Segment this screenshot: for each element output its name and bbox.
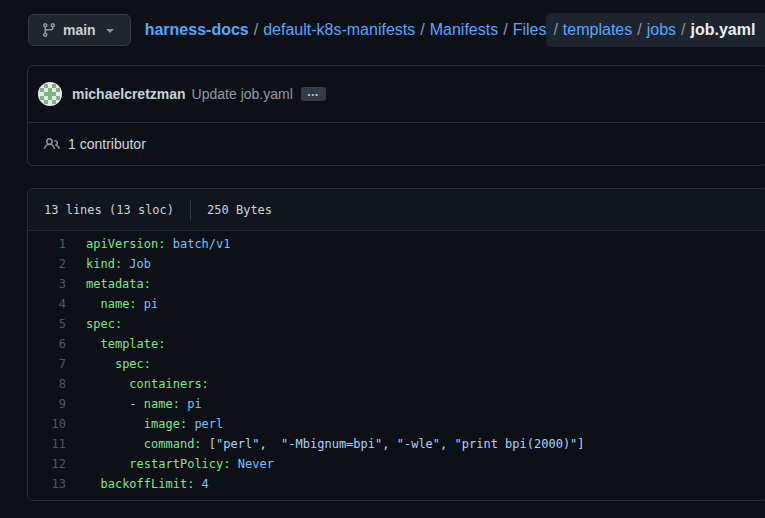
caret-down-icon xyxy=(102,22,118,38)
code-line-content: template: xyxy=(86,334,165,354)
line-number[interactable]: 4 xyxy=(28,294,78,314)
breadcrumb-separator: / xyxy=(503,21,507,39)
code-line: 4 name: pi xyxy=(28,294,765,314)
code-line: 8 containers: xyxy=(28,374,765,394)
commit-message-link[interactable]: Update job.yaml xyxy=(192,86,293,102)
code-line: 5spec: xyxy=(28,314,765,334)
latest-commit-row: michaelcretzman Update job.yaml … xyxy=(28,66,765,122)
contributors-row[interactable]: 1 contributor xyxy=(28,122,765,165)
line-number[interactable]: 5 xyxy=(28,314,78,334)
branch-name: main xyxy=(63,22,96,38)
code-line-content: apiVersion: batch/v1 xyxy=(86,234,231,254)
code-line: 12 restartPolicy: Never xyxy=(28,454,765,474)
code-line: 9 - name: pi xyxy=(28,394,765,414)
branch-selector[interactable]: main xyxy=(28,14,131,46)
people-icon xyxy=(44,136,60,152)
header-divider xyxy=(190,200,191,220)
avatar[interactable] xyxy=(38,82,62,106)
file-lines-info: 13 lines (13 sloc) xyxy=(44,203,174,217)
code-line: 1apiVersion: batch/v1 xyxy=(28,234,765,254)
breadcrumb-link-jobs[interactable]: jobs xyxy=(647,21,676,39)
line-number[interactable]: 9 xyxy=(28,394,78,414)
code-line-content: command: ["perl", "-Mbignum=bpi", "-wle"… xyxy=(86,434,585,454)
line-number[interactable]: 1 xyxy=(28,234,78,254)
commit-author-link[interactable]: michaelcretzman xyxy=(72,86,186,102)
breadcrumb-current-file: job.yaml xyxy=(691,21,756,39)
breadcrumb-link-harness-docs[interactable]: harness-docs xyxy=(145,21,249,39)
git-branch-icon xyxy=(41,22,57,38)
breadcrumb-link-templates[interactable]: templates xyxy=(563,21,632,39)
code-line: 7 spec: xyxy=(28,354,765,374)
code-line: 6 template: xyxy=(28,334,765,354)
file-size: 250 Bytes xyxy=(207,203,272,217)
breadcrumb: harness-docs/default-k8s-manifests/Manif… xyxy=(145,21,765,39)
code-line: 10 image: perl xyxy=(28,414,765,434)
code-line-content: kind: Job xyxy=(86,254,151,274)
breadcrumb-separator: / xyxy=(637,21,641,39)
breadcrumb-link-Manifests[interactable]: Manifests xyxy=(430,21,498,39)
commit-box: michaelcretzman Update job.yaml … 1 cont… xyxy=(27,65,765,166)
code-line-content: containers: xyxy=(86,374,209,394)
code-line-content: metadata: xyxy=(86,274,151,294)
line-number[interactable]: 7 xyxy=(28,354,78,374)
code-area: 1apiVersion: batch/v12kind: Job3metadata… xyxy=(28,231,765,500)
code-line-content: image: perl xyxy=(86,414,223,434)
line-number[interactable]: 13 xyxy=(28,474,78,494)
code-line-content: name: pi xyxy=(86,294,158,314)
breadcrumb-separator: / xyxy=(681,21,685,39)
line-number[interactable]: 11 xyxy=(28,434,78,454)
breadcrumb-separator: / xyxy=(553,21,557,39)
contributors-label: 1 contributor xyxy=(68,136,146,152)
breadcrumb-link-Files[interactable]: Files xyxy=(513,21,547,39)
code-line-content: - name: pi xyxy=(86,394,202,414)
breadcrumb-link-default-k8s-manifests[interactable]: default-k8s-manifests xyxy=(263,21,415,39)
code-line-content: restartPolicy: Never xyxy=(86,454,274,474)
commit-expand-button[interactable]: … xyxy=(301,87,326,101)
line-number[interactable]: 8 xyxy=(28,374,78,394)
code-line: 13 backoffLimit: 4 xyxy=(28,474,765,494)
code-line: 11 command: ["perl", "-Mbignum=bpi", "-w… xyxy=(28,434,765,454)
code-line: 2kind: Job xyxy=(28,254,765,274)
line-number[interactable]: 10 xyxy=(28,414,78,434)
code-line-content: backoffLimit: 4 xyxy=(86,474,209,494)
code-line-content: spec: xyxy=(86,314,122,334)
code-line-content: spec: xyxy=(86,354,151,374)
line-number[interactable]: 2 xyxy=(28,254,78,274)
breadcrumb-separator: / xyxy=(254,21,258,39)
code-line: 3metadata: xyxy=(28,274,765,294)
line-number[interactable]: 6 xyxy=(28,334,78,354)
line-number[interactable]: 3 xyxy=(28,274,78,294)
file-header: 13 lines (13 sloc) 250 Bytes xyxy=(28,189,765,231)
breadcrumb-highlight: /templates/jobs/job.yaml xyxy=(546,13,765,47)
line-number[interactable]: 12 xyxy=(28,454,78,474)
file-box: 13 lines (13 sloc) 250 Bytes 1apiVersion… xyxy=(27,188,765,501)
breadcrumb-separator: / xyxy=(420,21,424,39)
breadcrumb-bar: main harness-docs/default-k8s-manifests/… xyxy=(0,0,765,48)
